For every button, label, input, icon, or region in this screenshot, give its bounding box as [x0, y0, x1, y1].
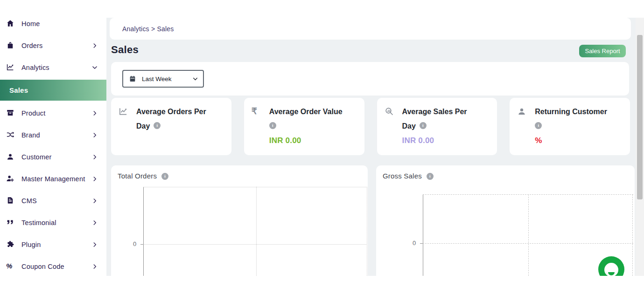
chart-title-text: Gross Sales [383, 172, 422, 180]
stat-card-body: Average Orders PerDayi [136, 104, 218, 149]
sidebar-item-label: Coupon Code [21, 263, 64, 270]
sidebar: Home Orders Analytics Sales Product Bran… [0, 18, 106, 276]
chevron-right-icon [91, 42, 98, 49]
master-management-icon [6, 174, 15, 184]
sidebar-item-testimonial[interactable]: Testimonial [0, 212, 106, 233]
info-icon[interactable]: i [535, 122, 542, 129]
sidebar-item-label: Home [21, 20, 40, 27]
filter-panel: Last Week [111, 62, 629, 96]
sales-report-button[interactable]: Sales Report [579, 45, 626, 57]
chevron-right-icon [91, 241, 98, 248]
chevron-right-icon [91, 219, 98, 226]
stat-card-returning-customer: Returning Customeri% [510, 98, 630, 155]
customer-icon [6, 152, 15, 162]
scrollbar-thumb[interactable] [637, 35, 643, 199]
chat-smile-shape [608, 272, 615, 275]
y-tick-mark [140, 244, 143, 245]
chevron-right-icon [91, 176, 98, 182]
sidebar-item-label: Brand [21, 131, 40, 139]
sidebar-item-home[interactable]: Home [0, 18, 106, 34]
date-range-value: Last Week [142, 75, 172, 82]
sidebar-menu: Home Orders Analytics Sales Product Bran… [0, 18, 106, 276]
info-icon[interactable]: i [161, 173, 168, 180]
gridline-top [143, 187, 366, 187]
stat-card-body: Average Sales PerDayiINR 0.00 [402, 104, 484, 149]
sidebar-item-master-management[interactable]: Master Management [0, 168, 106, 190]
gridline-zero [143, 244, 366, 245]
product-icon [6, 109, 15, 118]
sidebar-item-coupon-code[interactable]: % Coupon Code [0, 255, 106, 276]
page-title: Sales [111, 44, 139, 56]
sidebar-item-label: Testimonial [21, 219, 56, 226]
info-icon[interactable]: i [269, 122, 276, 129]
stats-row: Average Orders PerDayi ₹ Average Order V… [111, 98, 630, 155]
sidebar-item-label: CMS [21, 197, 37, 205]
sidebar-item-label: Product [21, 110, 45, 117]
sidebar-item-label: Plugin [21, 241, 41, 248]
sidebar-item-sales[interactable]: Sales [0, 80, 106, 101]
stat-value: INR 0.00 [402, 133, 484, 148]
stat-card-body: Average Order ValueiINR 0.00 [269, 104, 351, 149]
sidebar-item-product[interactable]: Product [0, 102, 106, 124]
y-axis-line [143, 187, 144, 276]
stat-card-average-order-value: ₹ Average Order ValueiINR 0.00 [244, 98, 364, 155]
gridline-vertical [367, 187, 367, 276]
info-icon[interactable]: i [427, 173, 434, 180]
chart-line-icon [119, 107, 130, 118]
gridline-vertical [256, 187, 257, 276]
sidebar-item-label: Customer [21, 153, 51, 161]
cms-icon [6, 196, 15, 205]
sidebar-item-brand[interactable]: Brand [0, 124, 106, 146]
home-icon [6, 19, 15, 28]
sidebar-item-label: Sales [9, 86, 28, 94]
sidebar-item-plugin[interactable]: Plugin [0, 233, 106, 255]
info-icon[interactable]: i [420, 122, 427, 129]
stat-title-line: i [535, 119, 617, 133]
chevron-right-icon [91, 198, 98, 204]
chevron-down-icon [91, 64, 98, 71]
coupon-icon: % [6, 262, 15, 271]
orders-icon [6, 41, 15, 50]
stat-title-line: Average Orders Per [136, 104, 218, 119]
date-range-select[interactable]: Last Week [122, 70, 204, 88]
total-orders-chart-panel: Total Ordersi 0 [111, 165, 368, 276]
main-content: Analytics > Sales Sales Sales Report Las… [106, 18, 636, 276]
stat-title-line: i [269, 119, 351, 133]
stat-card-body: Returning Customeri% [535, 104, 617, 149]
sidebar-item-label: Orders [21, 42, 43, 49]
gridline-vertical [632, 194, 633, 276]
sidebar-item-analytics[interactable]: Analytics [0, 56, 106, 78]
gridline-vertical [528, 194, 529, 276]
info-icon[interactable]: i [154, 122, 161, 129]
sidebar-item-customer[interactable]: Customer [0, 146, 106, 168]
breadcrumb: Analytics > Sales [110, 18, 631, 40]
stat-title-line: Returning Customer [535, 104, 617, 119]
stat-title-line: Dayi [402, 119, 484, 133]
plugin-icon [6, 240, 15, 249]
stat-title-line: Dayi [136, 119, 218, 133]
sidebar-item-cms[interactable]: CMS [0, 190, 106, 212]
chart-title: Gross Salesi [383, 172, 434, 180]
chevron-right-icon [91, 154, 98, 160]
rupee-icon: ₹ [252, 107, 263, 118]
stat-value: % [535, 133, 617, 148]
person-icon [517, 107, 528, 118]
vertical-scrollbar[interactable] [636, 18, 644, 276]
chat-smiley-icon [604, 263, 618, 276]
chevron-right-icon [91, 263, 98, 270]
chart-title-text: Total Orders [118, 172, 157, 180]
chart-title: Total Ordersi [118, 172, 168, 180]
chevron-down-icon [192, 76, 198, 82]
y-tick-mark [420, 243, 423, 244]
y-tick-label: 0 [133, 240, 136, 247]
stat-card-average-orders-per-day: Average Orders PerDayi [111, 98, 231, 155]
calendar-icon [129, 75, 136, 82]
sales-search-icon [385, 107, 396, 118]
gross-sales-chart-panel: Gross Salesi 0 [376, 165, 635, 276]
y-axis-line [423, 194, 423, 276]
breadcrumb-text[interactable]: Analytics > Sales [122, 25, 174, 33]
sidebar-item-orders[interactable]: Orders [0, 34, 106, 56]
sidebar-item-label: Master Management [21, 175, 85, 183]
chevron-right-icon [91, 132, 98, 138]
stat-card-average-sales-per-day: Average Sales PerDayiINR 0.00 [377, 98, 497, 155]
